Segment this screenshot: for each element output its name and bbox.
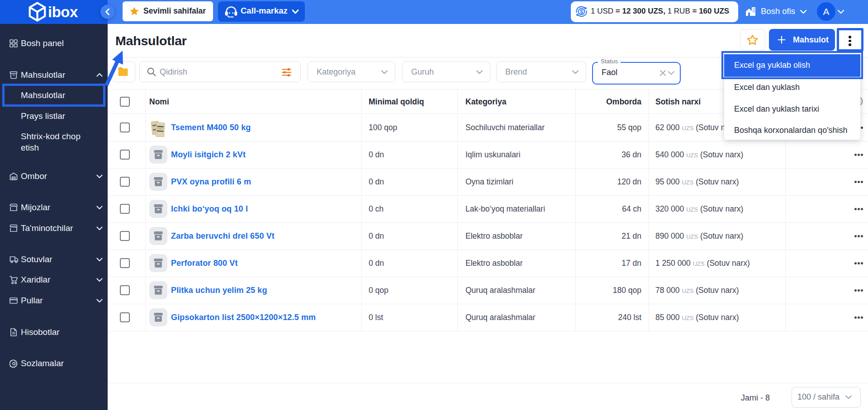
svg-text:CEMENT: CEMENT: [157, 127, 164, 130]
svg-text:$: $: [580, 9, 583, 15]
